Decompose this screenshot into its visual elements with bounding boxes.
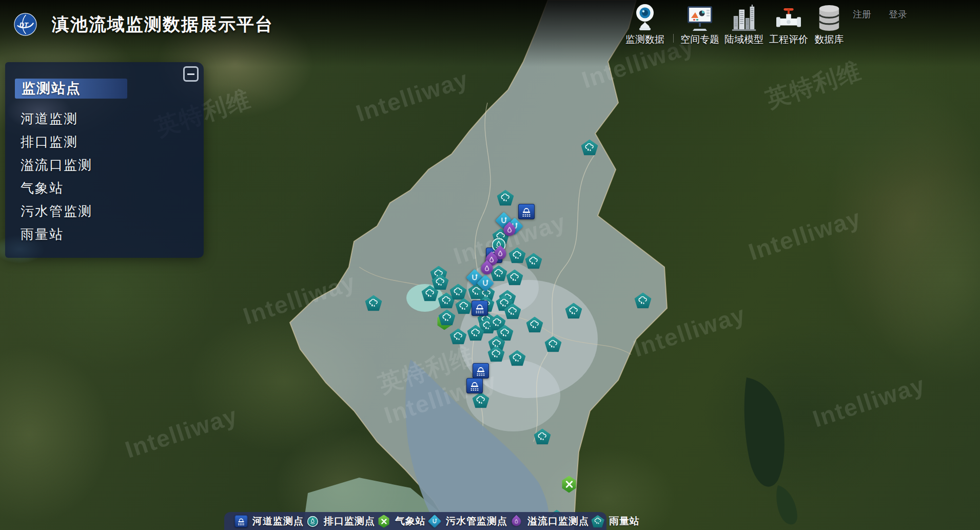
svg-text:DT: DT bbox=[19, 21, 29, 29]
map-marker-river[interactable] bbox=[466, 378, 483, 393]
map-marker-rain[interactable] bbox=[473, 392, 489, 408]
database-icon bbox=[817, 2, 841, 32]
auth-links: 注册 登录 bbox=[853, 8, 907, 21]
map-marker-weather[interactable] bbox=[561, 476, 577, 493]
map-marker-sewer[interactable] bbox=[479, 277, 492, 290]
map-marker-rain[interactable] bbox=[439, 310, 456, 326]
menu-item-outfall-monitoring[interactable]: 排口监测 bbox=[21, 130, 193, 154]
map-marker-overflow[interactable] bbox=[481, 262, 493, 275]
menu-item-rain-station[interactable]: 雨量站 bbox=[21, 223, 193, 246]
map-marker-rain[interactable] bbox=[635, 293, 652, 309]
panel-collapse-button[interactable] bbox=[183, 66, 199, 82]
brand: DT 滇池流域监测数据展示平台 bbox=[13, 12, 273, 36]
map-marker-river[interactable] bbox=[473, 363, 489, 378]
webcam-icon bbox=[632, 2, 658, 32]
weather-windmill-icon bbox=[378, 515, 389, 528]
monitor-chart-icon bbox=[686, 2, 714, 32]
legend-label: 气象站 bbox=[395, 515, 426, 528]
map-marker-river[interactable] bbox=[518, 204, 535, 219]
map-marker-rain[interactable] bbox=[509, 350, 526, 366]
menu-item-river-monitoring[interactable]: 河道监测 bbox=[21, 107, 193, 130]
page-title: 滇池流域监测数据展示平台 bbox=[52, 13, 273, 36]
legend-label: 污水管监测点 bbox=[446, 515, 507, 528]
nav-item-database[interactable]: 数据库 bbox=[802, 2, 856, 46]
overflow-drop-icon bbox=[509, 515, 522, 527]
map-marker-rain[interactable] bbox=[581, 140, 598, 156]
login-link[interactable]: 登录 bbox=[889, 8, 907, 21]
map-legend: 河道监测点 排口监测点 气象站 污水管监测点 溢流口监测点 雨量站 bbox=[224, 512, 606, 530]
map-marker-rain[interactable] bbox=[525, 253, 542, 269]
nav-label: 监测数据 bbox=[618, 33, 672, 46]
map-marker-rain[interactable] bbox=[365, 295, 382, 311]
pipe-valve-icon bbox=[775, 2, 802, 32]
minus-box-icon bbox=[187, 73, 194, 75]
app-header: DT 滇池流域监测数据展示平台 监测数据 bbox=[0, 0, 980, 47]
map-marker-rain[interactable] bbox=[504, 304, 521, 319]
legend-item-weather[interactable]: 气象站 bbox=[375, 513, 426, 529]
map-marker-rain[interactable] bbox=[497, 190, 514, 206]
map-marker-rain[interactable] bbox=[534, 429, 551, 445]
register-link[interactable]: 注册 bbox=[853, 8, 871, 21]
map-marker-rain[interactable] bbox=[450, 284, 467, 300]
map-marker-rain[interactable] bbox=[488, 346, 505, 362]
map-root[interactable]: 英特利维IntelliwayIntelliwayIntelliway英特利维In… bbox=[0, 0, 980, 530]
menu-item-sewer-monitoring[interactable]: 污水管监测 bbox=[21, 200, 193, 223]
legend-item-overflow[interactable]: 溢流口监测点 bbox=[507, 513, 589, 529]
city-buildings-icon bbox=[731, 2, 757, 32]
app-logo-icon: DT bbox=[13, 12, 37, 36]
map-marker-rain[interactable] bbox=[509, 248, 526, 263]
map-marker-overflow[interactable] bbox=[504, 224, 516, 236]
menu-item-weather-station[interactable]: 气象站 bbox=[21, 177, 193, 200]
outfall-drop-icon bbox=[307, 516, 318, 526]
sewer-u-pipe-icon bbox=[428, 514, 441, 527]
legend-item-rain[interactable]: 雨量站 bbox=[589, 513, 640, 529]
legend-label: 河道监测点 bbox=[252, 515, 304, 528]
map-marker-rain[interactable] bbox=[456, 298, 473, 314]
panel-title: 监测站点 bbox=[15, 79, 127, 99]
menu-item-overflow-monitoring[interactable]: 溢流口监测 bbox=[21, 154, 193, 177]
nav-item-monitor-data[interactable]: 监测数据 bbox=[618, 2, 672, 46]
legend-label: 雨量站 bbox=[609, 515, 640, 528]
map-marker-rain[interactable] bbox=[450, 329, 467, 345]
legend-label: 溢流口监测点 bbox=[527, 515, 589, 528]
rain-cloud-icon bbox=[591, 515, 604, 527]
legend-item-river[interactable]: 河道监测点 bbox=[232, 513, 304, 529]
monitoring-stations-panel: 监测站点 河道监测 排口监测 溢流口监测 气象站 污水管监测 雨量站 bbox=[5, 62, 204, 258]
map-marker-river[interactable] bbox=[472, 300, 488, 316]
nav-label: 数据库 bbox=[802, 33, 856, 46]
map-marker-rain[interactable] bbox=[545, 336, 562, 352]
map-marker-rain[interactable] bbox=[526, 317, 543, 333]
map-marker-rain[interactable] bbox=[467, 325, 484, 341]
panel-menu: 河道监测 排口监测 溢流口监测 气象站 污水管监测 雨量站 bbox=[21, 107, 193, 246]
map-marker-rain[interactable] bbox=[565, 303, 582, 319]
river-bridge-icon bbox=[235, 515, 248, 527]
legend-item-outfall[interactable]: 排口监测点 bbox=[304, 513, 375, 529]
legend-item-sewer[interactable]: 污水管监测点 bbox=[426, 513, 507, 529]
map-marker-rain[interactable] bbox=[422, 286, 439, 301]
legend-label: 排口监测点 bbox=[324, 515, 375, 528]
map-marker-rain[interactable] bbox=[506, 270, 523, 286]
